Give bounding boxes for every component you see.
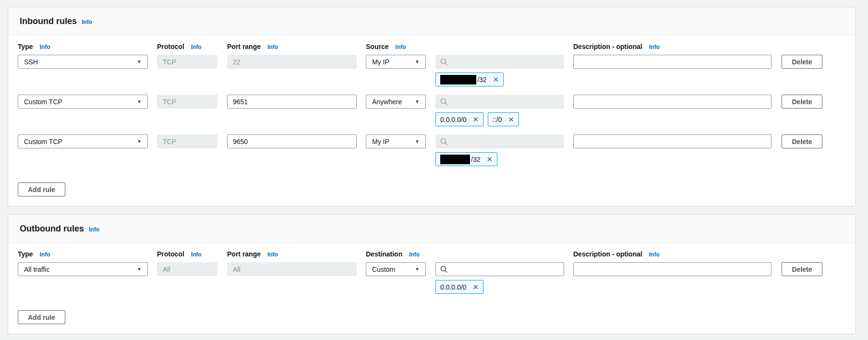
protocol-field xyxy=(157,95,217,109)
protocol-field xyxy=(157,134,217,148)
add-rule-button[interactable]: Add rule xyxy=(18,182,65,196)
source-mode-select[interactable]: Anywhere ▼ xyxy=(366,95,426,109)
delete-rule-button[interactable]: Delete xyxy=(782,55,822,69)
description-input[interactable] xyxy=(573,262,772,276)
source-mode-value: My IP xyxy=(372,138,389,146)
cidr-token-label: 0.0.0.0/0 xyxy=(440,116,467,123)
inbound-rule-row: Custom TCP ▼ My IP ▼ xyxy=(18,134,845,166)
type-select-value: All traffic xyxy=(24,266,49,273)
outbound-rules-info-link[interactable]: Info xyxy=(89,226,99,233)
source-search-input xyxy=(451,95,559,108)
search-icon xyxy=(440,58,448,66)
cidr-token: /32 ✕ xyxy=(435,152,497,166)
outbound-column-headers: Type Info Protocol Info Port range Info … xyxy=(18,250,845,258)
redacted-ip xyxy=(440,75,476,85)
type-info-link[interactable]: Info xyxy=(40,251,50,258)
description-input[interactable] xyxy=(573,55,772,69)
destination-mode-value: Custom xyxy=(372,266,395,273)
destination-search-box xyxy=(435,262,564,276)
delete-rule-button[interactable]: Delete xyxy=(782,262,822,276)
add-rule-button[interactable]: Add rule xyxy=(18,310,65,324)
cidr-token: 0.0.0.0/0 ✕ xyxy=(435,112,483,126)
remove-token-icon[interactable]: ✕ xyxy=(508,116,515,123)
type-select-value: Custom TCP xyxy=(24,138,62,146)
source-search-input xyxy=(451,135,559,148)
port-range-info-link[interactable]: Info xyxy=(267,44,278,50)
source-mode-value: My IP xyxy=(372,58,389,66)
protocol-info-link[interactable]: Info xyxy=(191,251,202,258)
source-search-input xyxy=(451,55,559,68)
destination-token-line: 0.0.0.0/0 ✕ xyxy=(435,280,564,294)
remove-token-icon[interactable]: ✕ xyxy=(473,283,479,291)
port-range-field[interactable] xyxy=(227,95,357,109)
type-select[interactable]: All traffic ▼ xyxy=(18,262,148,276)
source-token-line: /32 ✕ xyxy=(435,73,564,86)
type-info-link[interactable]: Info xyxy=(40,44,50,50)
outbound-rules-body: Type Info Protocol Info Port range Info … xyxy=(8,243,855,334)
chevron-down-icon: ▼ xyxy=(137,99,142,104)
description-info-link[interactable]: Info xyxy=(649,251,660,258)
source-info-link[interactable]: Info xyxy=(395,44,406,50)
chevron-down-icon: ▼ xyxy=(137,267,142,272)
outbound-rule-row: All traffic ▼ Custom ▼ xyxy=(18,262,845,294)
description-input[interactable] xyxy=(573,134,772,148)
type-column-label: Type xyxy=(18,43,33,50)
source-mode-select[interactable]: My IP ▼ xyxy=(366,134,426,148)
inbound-rule-row: SSH ▼ My IP ▼ xyxy=(18,55,845,86)
inbound-rule-row: Custom TCP ▼ Anywhere ▼ xyxy=(18,95,845,126)
port-range-field[interactable] xyxy=(227,134,357,148)
source-column-label: Source xyxy=(366,43,388,50)
port-range-column-label: Port range xyxy=(227,43,261,50)
protocol-column-label: Protocol xyxy=(157,43,184,50)
redacted-ip xyxy=(440,155,470,164)
destination-column-label: Destination xyxy=(366,250,402,258)
description-column-label: Description - optional xyxy=(573,250,642,258)
protocol-info-link[interactable]: Info xyxy=(191,44,202,50)
delete-rule-button[interactable]: Delete xyxy=(782,95,822,109)
type-select-value: Custom TCP xyxy=(24,98,62,106)
remove-token-icon[interactable]: ✕ xyxy=(493,76,499,83)
type-column-label: Type xyxy=(18,250,33,258)
outbound-rules-title: Outbound rules xyxy=(20,223,84,234)
chevron-down-icon: ▼ xyxy=(415,99,420,104)
inbound-rules-info-link[interactable]: Info xyxy=(82,19,92,25)
inbound-rules-body: Type Info Protocol Info Port range Info … xyxy=(8,36,855,206)
destination-info-link[interactable]: Info xyxy=(409,251,420,258)
source-mode-value: Anywhere xyxy=(372,98,402,106)
search-icon xyxy=(440,98,448,106)
type-select-value: SSH xyxy=(24,58,38,66)
cidr-token: 0.0.0.0/0 ✕ xyxy=(435,280,483,294)
destination-mode-select[interactable]: Custom ▼ xyxy=(366,262,426,276)
inbound-rules-header: Inbound rules Info xyxy=(8,7,855,36)
source-token-line: 0.0.0.0/0 ✕ ::/0 ✕ xyxy=(435,112,564,126)
protocol-field xyxy=(157,262,217,276)
remove-token-icon[interactable]: ✕ xyxy=(473,116,479,123)
port-range-info-link[interactable]: Info xyxy=(267,251,278,258)
source-mode-select[interactable]: My IP ▼ xyxy=(366,55,426,69)
inbound-column-headers: Type Info Protocol Info Port range Info … xyxy=(18,43,845,50)
destination-search-input[interactable] xyxy=(451,263,559,276)
remove-token-icon[interactable]: ✕ xyxy=(486,156,493,163)
protocol-field xyxy=(157,55,217,69)
cidr-token-label: /32 xyxy=(471,156,480,163)
description-input[interactable] xyxy=(573,95,772,109)
delete-rule-button[interactable]: Delete xyxy=(782,134,822,148)
outbound-rules-header: Outbound rules Info xyxy=(8,215,855,243)
source-token-line: /32 ✕ xyxy=(435,152,564,166)
inbound-rules-card: Inbound rules Info Type Info Protocol In… xyxy=(8,7,856,206)
cidr-token-label: ::/0 xyxy=(493,116,502,123)
type-select[interactable]: Custom TCP ▼ xyxy=(18,134,148,148)
type-select[interactable]: SSH ▼ xyxy=(18,55,148,69)
source-search-box xyxy=(435,95,564,109)
description-info-link[interactable]: Info xyxy=(649,44,660,50)
protocol-column-label: Protocol xyxy=(157,250,184,258)
inbound-rules-title: Inbound rules xyxy=(20,16,77,26)
chevron-down-icon: ▼ xyxy=(415,60,420,64)
cidr-token: /32 ✕ xyxy=(435,73,504,86)
source-search-box xyxy=(435,134,564,148)
chevron-down-icon: ▼ xyxy=(137,60,142,64)
search-icon xyxy=(440,138,448,146)
search-icon xyxy=(440,266,448,273)
description-column-label: Description - optional xyxy=(573,43,642,50)
type-select[interactable]: Custom TCP ▼ xyxy=(18,95,148,109)
